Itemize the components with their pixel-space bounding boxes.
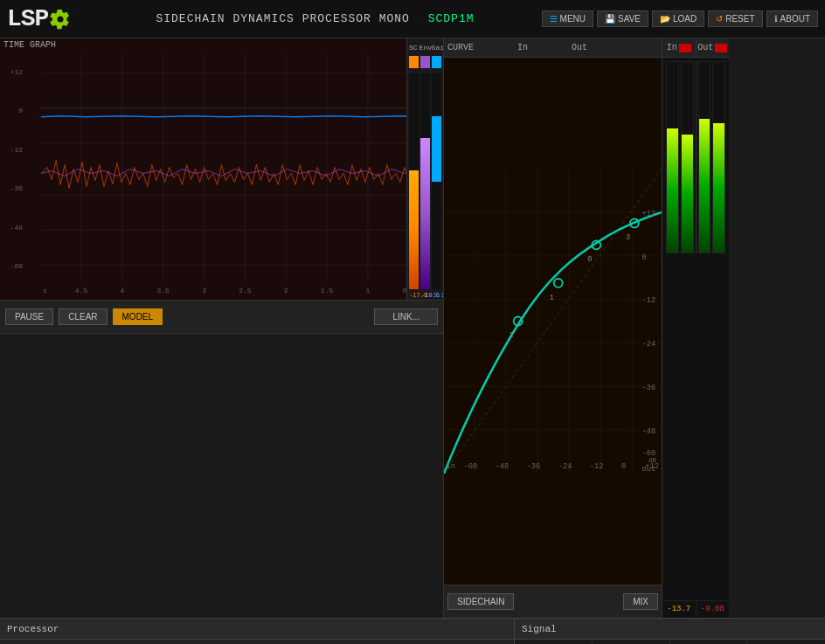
curve-svg: 2 1 0 3 +12 0 -12 -24 -36 -48 -60 out in… bbox=[444, 58, 662, 585]
signal-cell-ratio-low: Ratio low 3.08 bbox=[515, 640, 593, 644]
proc-header-row: # Enable Thresh(dB) Gain(dB) Knee(dB) At… bbox=[0, 640, 514, 644]
main-content: TIME GRAPH +12 0 -12 -36 -48 -60 bbox=[0, 38, 825, 618]
in-meter-l bbox=[666, 61, 679, 253]
curve-title: CURVE bbox=[447, 43, 474, 52]
signal-cell-ratio-high: Ratio high 3.95 bbox=[593, 640, 670, 644]
about-icon: ℹ bbox=[774, 14, 778, 24]
svg-text:-12: -12 bbox=[590, 462, 604, 471]
db-labels: +12 0 -12 -36 -48 -60 bbox=[0, 38, 24, 300]
svg-text:4: 4 bbox=[120, 287, 124, 294]
save-icon: 💾 bbox=[605, 14, 615, 24]
meter-bars-container bbox=[407, 72, 443, 291]
graph-controls: PAUSE CLEAR MODEL LINK... bbox=[0, 301, 443, 334]
out-meter-l-fill bbox=[699, 119, 711, 253]
svg-text:2: 2 bbox=[510, 331, 514, 340]
meter-color-boxes bbox=[407, 54, 443, 72]
in-clip-indicator bbox=[679, 44, 691, 52]
signal-header: Signal bbox=[515, 619, 825, 640]
out-meter-value: -9.08 bbox=[697, 601, 730, 618]
svg-text:+12: +12 bbox=[642, 210, 656, 218]
out-clip-indicator bbox=[715, 44, 727, 52]
processor-header: Processor bbox=[0, 619, 514, 640]
sc-meter-bar bbox=[409, 73, 419, 289]
time-graph-svg: 4.5 4 3.5 3 2.5 2 1.5 1 0.5 0 s bbox=[0, 38, 443, 300]
svg-text:in: in bbox=[446, 462, 454, 471]
svg-text:0: 0 bbox=[621, 462, 626, 471]
svg-text:0: 0 bbox=[642, 253, 647, 262]
right-meters: In Out bbox=[662, 38, 729, 618]
bottom-sections: Processor # Enable Thresh(dB) Gain(dB) K… bbox=[0, 618, 825, 644]
svg-point-41 bbox=[554, 279, 563, 287]
svg-text:3: 3 bbox=[202, 287, 206, 294]
toolbar-buttons: ☰ MENU 💾 SAVE 📂 LOAD ↺ RESET ℹ ABOUT bbox=[542, 10, 818, 27]
load-icon: 📂 bbox=[660, 14, 670, 24]
reset-icon: ↺ bbox=[716, 14, 723, 24]
gain-meter-bar bbox=[432, 73, 441, 289]
plugin-title: SIDECHAIN DYNAMICS PROCESSOR MONO SCDP1M bbox=[88, 12, 541, 25]
in-header: In bbox=[662, 38, 697, 57]
gain-label: Gain bbox=[432, 44, 442, 52]
svg-text:2: 2 bbox=[284, 287, 288, 294]
gear-icon bbox=[50, 9, 71, 30]
signal-section: Signal Ratio low 3.08 Ratio high 3.95 Ma… bbox=[515, 619, 825, 644]
svg-line-39 bbox=[444, 169, 662, 474]
svg-text:1: 1 bbox=[366, 287, 371, 294]
menu-button[interactable]: ☰ MENU bbox=[542, 10, 593, 27]
svg-text:1.5: 1.5 bbox=[321, 287, 334, 294]
clear-button[interactable]: CLEAR bbox=[59, 308, 107, 325]
svg-text:-60: -60 bbox=[642, 449, 656, 458]
svg-text:0: 0 bbox=[587, 255, 592, 264]
in-meter-r-fill bbox=[682, 135, 693, 253]
svg-text:-12: -12 bbox=[642, 296, 656, 305]
time-graph-header: TIME GRAPH bbox=[3, 40, 56, 50]
svg-text:-24: -24 bbox=[558, 462, 572, 471]
in-meter-r bbox=[681, 61, 694, 253]
svg-text:-60: -60 bbox=[463, 462, 477, 471]
mix-button[interactable]: MIX bbox=[623, 593, 658, 610]
out-meters bbox=[698, 61, 726, 597]
svg-text:-48: -48 bbox=[496, 462, 510, 471]
in-out-meters-area bbox=[662, 58, 729, 600]
meter-divider bbox=[696, 61, 697, 253]
sidechain-button[interactable]: SIDECHAIN bbox=[447, 593, 514, 610]
signal-cell-input: Input 0.00 dB bbox=[747, 640, 825, 644]
curve-area: 2 1 0 3 +12 0 -12 -24 -36 -48 -60 out in… bbox=[444, 58, 662, 585]
model-button[interactable]: MODEL bbox=[113, 308, 163, 325]
svg-text:3.5: 3.5 bbox=[157, 287, 170, 294]
db-label-n12: -12 bbox=[2, 146, 23, 154]
svg-text:4.5: 4.5 bbox=[75, 287, 88, 294]
signal-grid: Ratio low 3.08 Ratio high 3.95 Makeup 0.… bbox=[515, 640, 825, 644]
processor-section: Processor # Enable Thresh(dB) Gain(dB) K… bbox=[0, 619, 515, 644]
link-button[interactable]: LINK... bbox=[374, 308, 438, 325]
middle-panel: CURVE In Out bbox=[444, 38, 662, 618]
curve-in-label: In bbox=[517, 43, 528, 52]
svg-text:-36: -36 bbox=[527, 462, 541, 471]
svg-text:3: 3 bbox=[626, 233, 630, 242]
meter-values: -17.9 -18.6 5.13 bbox=[407, 291, 443, 300]
pause-button[interactable]: PAUSE bbox=[5, 308, 53, 325]
db-label-n48: -48 bbox=[2, 224, 23, 232]
curve-header: CURVE In Out bbox=[444, 38, 662, 58]
svg-text:-36: -36 bbox=[642, 384, 656, 392]
curve-out-label: Out bbox=[572, 43, 587, 52]
db-label-n36: -36 bbox=[2, 184, 23, 192]
db-label-0: 0 bbox=[2, 107, 23, 114]
curve-content: 2 1 0 3 +12 0 -12 -24 -36 -48 -60 out in… bbox=[444, 58, 662, 585]
in-out-header: In Out bbox=[662, 38, 729, 58]
svg-text:s: s bbox=[43, 287, 47, 294]
env-meter-val: -18.6 bbox=[421, 292, 432, 299]
out-meter-r bbox=[712, 61, 725, 253]
env-color-box bbox=[420, 56, 430, 68]
reset-button[interactable]: ↺ RESET bbox=[708, 10, 762, 27]
out-header: Out bbox=[697, 38, 730, 57]
sc-env-gain-meters: SC Env Gain bbox=[406, 38, 443, 300]
logo-text: LSP bbox=[7, 5, 48, 32]
env-meter-fill bbox=[420, 138, 430, 289]
about-button[interactable]: ℹ ABOUT bbox=[766, 10, 818, 27]
save-button[interactable]: 💾 SAVE bbox=[597, 10, 648, 27]
top-bar: LSP SIDECHAIN DYNAMICS PROCESSOR MONO SC… bbox=[0, 0, 825, 38]
meter-labels: SC Env Gain bbox=[407, 38, 443, 54]
meter-value-bottom: -13.7 -9.08 bbox=[662, 600, 729, 618]
load-button[interactable]: 📂 LOAD bbox=[652, 10, 704, 27]
signal-cell-makeup: Makeup 0.00 dB bbox=[670, 640, 748, 644]
